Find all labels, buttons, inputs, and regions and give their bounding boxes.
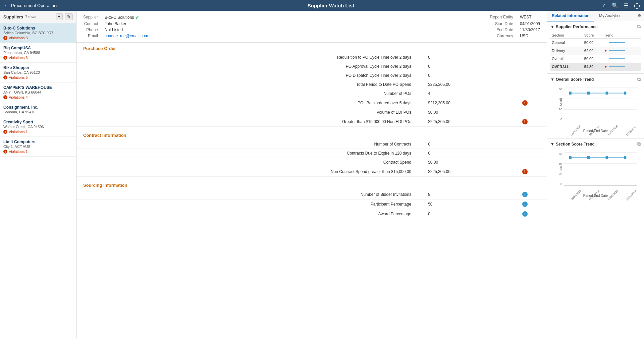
row-icon-cell (516, 149, 547, 158)
perf-score-value: 50.00 (583, 39, 603, 47)
row-icon-cell (516, 89, 547, 98)
end-date-value: 11/30/2017 (520, 27, 540, 32)
header-icons: ⌂ 🔍 ☰ ◯ (603, 2, 640, 9)
svg-rect-3 (624, 92, 626, 95)
sidebar-item-supplier-1[interactable]: Big CompUSAPleasanton, CA 94588 ! Violat… (0, 43, 76, 63)
sourcing-info-table: Number of Bidder Invitations 8 i Partici… (76, 190, 547, 219)
supplier-item-location: San Carlos, CA 95120 (3, 70, 73, 74)
sidebar-item-supplier-3[interactable]: CAMPER'S WAREHOUSEANY TOWN, KS 66044 ! V… (0, 82, 76, 102)
svg-rect-5 (587, 156, 590, 159)
table-row: PO Approval Cycle Time over 2 days 0 (76, 62, 547, 71)
section-trend-expand-icon[interactable]: ⧉ (637, 141, 641, 147)
main-content: Supplier B-to-C Solutions ✔ Report Entit… (76, 11, 547, 338)
row-icon-cell (516, 140, 547, 149)
table-row: Contract Spend $0.00 (76, 158, 547, 167)
row-label: POs Backordered over 5 days (76, 98, 421, 108)
violations-label: Violations 1 (9, 130, 28, 134)
supplier-item-location: Walnut Creek, CA 94596 (3, 125, 73, 129)
supplier-violations-badge: ! Violations 3 (3, 36, 28, 40)
svg-rect-0 (569, 92, 572, 95)
widget-collapse-arrow-3[interactable]: ▼ (550, 142, 554, 147)
sidebar-item-supplier-6[interactable]: Limit ComputersCity 1, ACT AUS ! Violati… (0, 137, 76, 157)
perf-score-value: 54.80 (583, 63, 603, 71)
supplier-item-name: B-to-C Solutions (3, 26, 73, 31)
row-label: Requisition to PO Cycle Time over 2 days (76, 53, 421, 62)
violations-dot: ! (3, 150, 7, 154)
row-label: PO Approval Cycle Time over 2 days (76, 62, 421, 71)
perf-section-name: Overall (550, 55, 583, 63)
page-title: Supplier Watch List (59, 3, 603, 8)
supplier-item-name: Creativity Sport (3, 120, 73, 124)
row-value: $225,305.00 (421, 80, 515, 89)
row-icon-cell: i (516, 200, 547, 209)
back-nav[interactable]: ← Procurement Operations (4, 3, 59, 8)
user-icon[interactable]: ◯ (634, 2, 640, 9)
sidebar-actions: + ✎ (56, 13, 73, 20)
tab-related-information[interactable]: Related Information (547, 11, 594, 21)
svg-rect-6 (606, 156, 608, 159)
row-icon-cell: i (516, 209, 547, 219)
edit-supplier-button[interactable]: ✎ (65, 13, 73, 20)
row-value: 0 (421, 209, 515, 219)
email-value[interactable]: change_me@email.com (105, 34, 483, 38)
table-row: Number of POs 4 (76, 89, 547, 98)
search-icon[interactable]: 🔍 (612, 2, 619, 9)
table-row: Volume of EDI POs $0.00 (76, 108, 547, 117)
perf-table-row: Overall 50.00 — (550, 55, 641, 63)
overall-chart-svg (564, 88, 637, 121)
contact-value: John Barker (105, 21, 483, 26)
sidebar-header: Suppliers 7 rows + ✎ (0, 11, 76, 23)
sidebar-item-supplier-5[interactable]: Creativity SportWalnut Creek, CA 94596 !… (0, 117, 76, 137)
violations-label: Violations 4 (9, 95, 28, 99)
row-value: 0 (421, 53, 515, 62)
phone-value: Not Listed (105, 27, 483, 32)
trend-flat-arrow: — (604, 41, 608, 45)
sidebar-item-supplier-2[interactable]: Bike ShopperSan Carlos, CA 95120 ! Viola… (0, 63, 76, 82)
menu-icon[interactable]: ☰ (624, 2, 629, 9)
widget-collapse-arrow-2[interactable]: ▼ (550, 77, 554, 82)
supplier-performance-widget-header: ▼ Supplier Performance ⧉ (550, 24, 641, 30)
row-icon-cell (516, 80, 547, 89)
row-label: Volume of EDI POs (76, 108, 421, 117)
row-label: Contract Spend (76, 158, 421, 167)
widget-collapse-arrow[interactable]: ▼ (550, 24, 554, 29)
supplier-list: B-to-C SolutionsBritish Columbia, BC B7C… (0, 23, 76, 157)
supplier-item-location: British Columbia, BC B7C 9R7 (3, 31, 73, 35)
suppliers-sidebar: Suppliers 7 rows + ✎ B-to-C SolutionsBri… (0, 11, 76, 338)
sidebar-title: Suppliers (3, 14, 23, 19)
purchase-order-table: Requisition to PO Cycle Time over 2 days… (76, 53, 547, 127)
section-chart-score-label: Score (559, 163, 562, 171)
alert-icon: ! (522, 169, 528, 174)
violations-dot: ! (3, 95, 7, 99)
end-date-label: End Date (490, 27, 513, 32)
row-value: 0 (421, 71, 515, 80)
tab-my-analytics[interactable]: My Analytics (594, 11, 626, 21)
svg-rect-4 (569, 156, 572, 159)
contract-info-table: Number of Contracts 0 Contracts Due to E… (76, 140, 547, 177)
supplier-item-name: Big CompUSA (3, 46, 73, 50)
row-value: $225,305.00 (421, 117, 515, 127)
section-grid-line-60 (564, 152, 637, 153)
row-label: Number of Bidder Invitations (76, 190, 421, 200)
back-arrow-icon: ← (4, 3, 8, 8)
supplier-item-location: ANY TOWN, KS 66044 (3, 90, 73, 94)
home-icon[interactable]: ⌂ (603, 2, 606, 8)
table-row: POs Backordered over 5 days $212,305.00 … (76, 98, 547, 108)
violations-dot: ! (3, 130, 7, 134)
supplier-item-name: Limit Computers (3, 139, 73, 144)
row-value: $0.00 (421, 108, 515, 117)
widget-expand-icon[interactable]: ⧉ (637, 24, 641, 30)
grid-line-40 (564, 99, 637, 99)
phone-label: Phone (83, 27, 98, 32)
overall-trend-expand-icon[interactable]: ⧉ (637, 76, 641, 82)
settings-gear-icon[interactable]: ⚙ (635, 11, 644, 20)
overall-score-trend-widget: ▼ Overall Score Trend ⧉ 60 40 20 0 Score (547, 74, 644, 138)
add-supplier-button[interactable]: + (56, 13, 63, 20)
table-row: Number of Bidder Invitations 8 i (76, 190, 547, 200)
section-grid-line-40 (564, 163, 637, 164)
row-value: 0 (421, 62, 515, 71)
sidebar-item-supplier-4[interactable]: Consignment, Inc.Sonoma, CA 95476 (0, 102, 76, 117)
section-chart-inner: Score (564, 152, 637, 186)
row-value: $212,305.00 (421, 98, 515, 108)
sidebar-item-supplier-0[interactable]: B-to-C SolutionsBritish Columbia, BC B7C… (0, 23, 76, 43)
